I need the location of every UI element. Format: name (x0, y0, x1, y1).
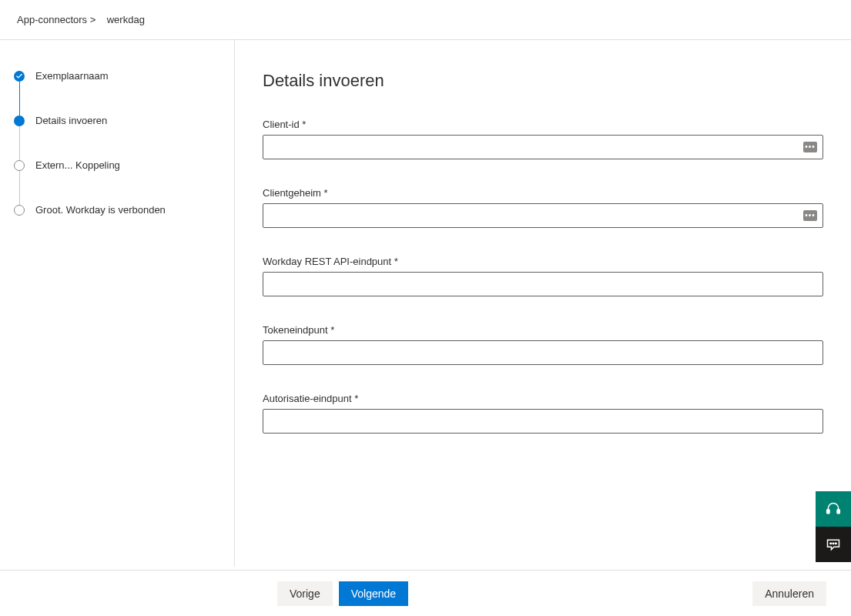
token-endpoint-input[interactable] (263, 340, 823, 365)
rest-api-label: Workday REST API-eindpunt * (263, 256, 823, 267)
step-label: Groot. Workday is verbonden (35, 205, 166, 216)
help-headset-icon (826, 501, 841, 517)
feedback-chat-icon (826, 537, 841, 552)
field-token-endpoint: Tokeneindpunt * (263, 324, 823, 365)
step-label: Details invoeren (35, 116, 107, 126)
breadcrumb-root[interactable]: App-connectors > (17, 14, 95, 25)
current-step-dot-icon (14, 116, 25, 126)
cancel-button[interactable]: Annuleren (752, 581, 826, 606)
svg-point-3 (833, 543, 834, 544)
client-id-label: Client-id * (263, 119, 823, 130)
svg-rect-1 (837, 510, 839, 514)
step-item-workday-connected[interactable]: Groot. Workday is verbonden (14, 205, 220, 216)
field-rest-api-endpoint: Workday REST API-eindpunt * (263, 256, 823, 296)
help-button[interactable] (816, 491, 851, 527)
svg-point-2 (830, 543, 832, 544)
breadcrumb-current: werkdag (107, 14, 145, 25)
wizard-steps-sidebar: Exemplaarnaam Details invoeren Extern...… (0, 40, 235, 567)
step-label: Exemplaarnaam (35, 71, 109, 82)
floating-action-buttons (816, 491, 851, 562)
step-label: Extern... Koppeling (35, 160, 120, 171)
breadcrumb: App-connectors > werkdag (0, 0, 851, 40)
step-item-external-link[interactable]: Extern... Koppeling (14, 160, 220, 205)
wizard-footer: Vorige Volgende Annuleren (0, 570, 851, 616)
token-endpoint-label: Tokeneindpunt * (263, 324, 823, 336)
auth-endpoint-label: Autorisatie-eindpunt * (263, 393, 823, 404)
svg-point-4 (836, 543, 837, 544)
check-circle-icon (14, 71, 25, 82)
pending-step-circle-icon (14, 205, 25, 216)
svg-rect-0 (827, 510, 829, 514)
field-client-id: Client-id * ••• (263, 119, 823, 159)
auth-endpoint-input[interactable] (263, 409, 823, 434)
step-item-enter-details[interactable]: Details invoeren (14, 116, 220, 160)
next-button[interactable]: Volgende (339, 581, 408, 606)
page-title: Details invoeren (263, 71, 823, 91)
field-client-secret: Clientgeheim * ••• (263, 187, 823, 228)
main-content: Details invoeren Client-id * ••• Clientg… (235, 40, 851, 567)
client-secret-label: Clientgeheim * (263, 187, 823, 199)
field-auth-endpoint: Autorisatie-eindpunt * (263, 393, 823, 434)
step-item-instance-name[interactable]: Exemplaarnaam (14, 71, 220, 116)
password-reveal-icon[interactable]: ••• (803, 142, 817, 152)
client-secret-input[interactable] (263, 203, 823, 228)
rest-api-input[interactable] (263, 272, 823, 296)
previous-button[interactable]: Vorige (277, 581, 333, 606)
pending-step-circle-icon (14, 160, 25, 171)
feedback-button[interactable] (816, 527, 851, 562)
password-reveal-icon[interactable]: ••• (803, 210, 817, 221)
client-id-input[interactable] (263, 135, 823, 159)
